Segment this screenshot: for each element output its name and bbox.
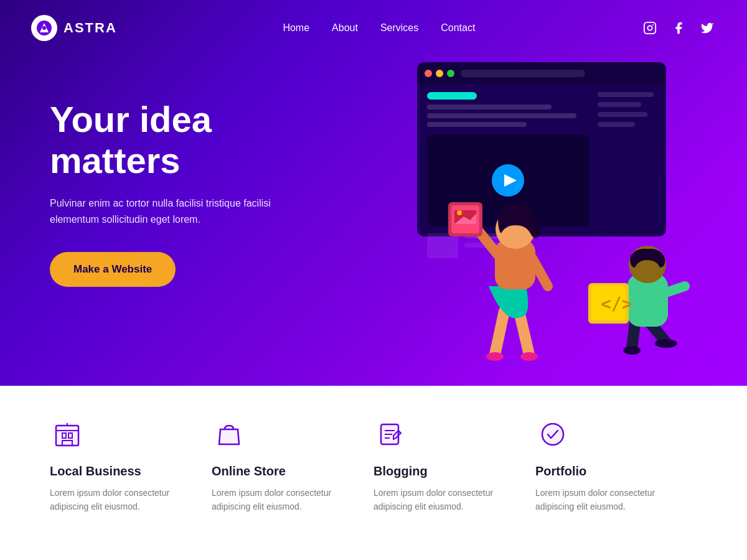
svg-rect-19 <box>598 92 654 97</box>
svg-rect-23 <box>427 233 458 258</box>
svg-line-33 <box>532 258 548 286</box>
service-title-blogging: Blogging <box>374 464 523 478</box>
nav-contact[interactable]: Contact <box>441 22 475 34</box>
service-title-online-store: Online Store <box>212 464 361 478</box>
svg-rect-14 <box>427 113 576 118</box>
brand-name: ASTRA <box>63 20 117 36</box>
svg-rect-15 <box>427 122 527 127</box>
facebook-icon[interactable] <box>670 19 687 37</box>
svg-point-8 <box>425 70 432 77</box>
svg-rect-20 <box>598 102 641 107</box>
logo-icon <box>31 15 57 41</box>
service-desc-portfolio: Lorem ipsum dolor consectetur adipiscing… <box>535 486 685 514</box>
hero-title: Your idea matters <box>50 99 324 182</box>
svg-rect-13 <box>427 105 552 110</box>
nav-services[interactable]: Services <box>380 22 418 34</box>
cta-button[interactable]: Make a Website <box>50 252 176 287</box>
twitter-icon[interactable] <box>698 19 716 37</box>
service-card-portfolio: Portfolio Lorem ipsum dolor consectetur … <box>535 417 697 514</box>
hero-illustration: </> <box>367 50 728 361</box>
svg-rect-21 <box>598 112 647 117</box>
svg-point-29 <box>520 352 538 361</box>
svg-rect-7 <box>417 77 666 85</box>
svg-point-10 <box>447 70 454 77</box>
nav-about[interactable]: About <box>332 22 358 34</box>
social-icons <box>641 19 716 37</box>
nav-home[interactable]: Home <box>283 22 309 34</box>
svg-point-3 <box>647 26 652 30</box>
check-circle-icon <box>535 417 570 452</box>
building-icon <box>50 417 85 452</box>
hero-subtitle: Pulvinar enim ac tortor nulla facilisi t… <box>50 195 311 227</box>
svg-line-39 <box>632 324 635 348</box>
svg-line-26 <box>495 311 504 355</box>
svg-rect-12 <box>427 92 477 100</box>
svg-rect-2 <box>644 22 655 34</box>
main-nav: Home About Services Contact <box>283 22 475 34</box>
svg-rect-11 <box>461 70 585 77</box>
service-card-local-business: Local Business Lorem ipsum dolor consect… <box>50 417 212 514</box>
svg-point-1 <box>42 26 46 30</box>
edit-icon <box>374 417 408 452</box>
svg-point-41 <box>623 346 641 355</box>
services-section: Local Business Lorem ipsum dolor consect… <box>0 386 747 560</box>
svg-point-60 <box>542 424 563 445</box>
svg-text:</>: </> <box>601 294 632 314</box>
bag-icon <box>212 417 247 452</box>
svg-point-9 <box>436 70 443 77</box>
hero-content: Your idea matters Pulvinar enim ac torto… <box>0 99 324 287</box>
service-card-online-store: Online Store Lorem ipsum dolor consectet… <box>212 417 374 514</box>
svg-point-4 <box>652 24 654 26</box>
instagram-icon[interactable] <box>641 19 659 37</box>
svg-point-28 <box>486 352 504 361</box>
logo-area: ASTRA <box>31 15 117 41</box>
service-card-blogging: Blogging Lorem ipsum dolor consectetur a… <box>374 417 535 514</box>
svg-line-46 <box>666 286 685 292</box>
svg-point-38 <box>457 210 462 215</box>
service-title-local-business: Local Business <box>50 464 199 478</box>
svg-point-42 <box>655 339 677 348</box>
service-desc-blogging: Lorem ipsum dolor consectetur adipiscing… <box>374 486 523 514</box>
svg-line-27 <box>520 314 529 355</box>
service-desc-local-business: Lorem ipsum dolor consectetur adipiscing… <box>50 486 199 514</box>
hero-section: Your idea matters Pulvinar enim ac torto… <box>0 0 747 386</box>
svg-rect-22 <box>598 122 635 127</box>
service-title-portfolio: Portfolio <box>535 464 685 478</box>
service-desc-online-store: Lorem ipsum dolor consectetur adipiscing… <box>212 486 361 514</box>
svg-rect-50 <box>56 426 78 446</box>
